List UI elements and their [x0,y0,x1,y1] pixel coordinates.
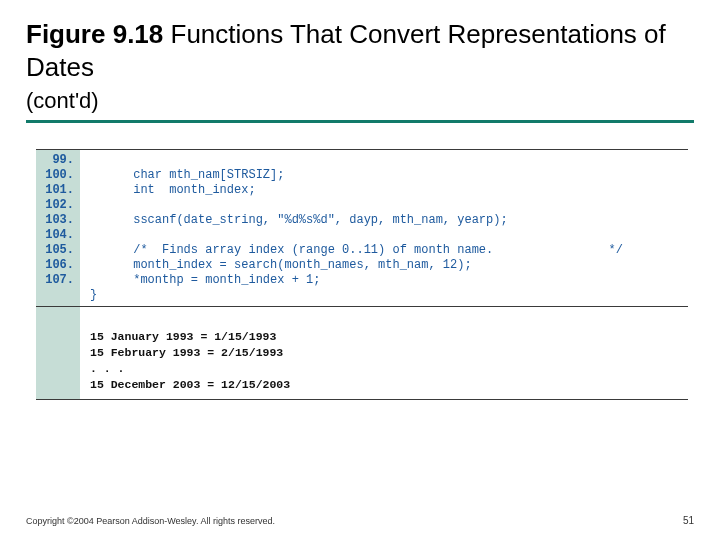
title-line-1: Figure 9.18 Functions That Convert Repre… [26,18,694,83]
title-contd: (cont'd) [26,88,99,113]
figure-box: 99. 100. 101. 102. 103. 104. 105. 106. 1… [36,149,688,400]
code-line: char mth_nam[STRSIZ]; [90,168,284,182]
output-body: 15 January 1993 = 1/15/1993 15 February … [80,307,688,399]
line-number: 104. [36,228,74,243]
line-number: 105. [36,243,74,258]
output-line: 15 February 1993 = 2/15/1993 [90,346,283,359]
line-number: 101. [36,183,74,198]
figure-label: Figure 9.18 [26,19,163,49]
page-number: 51 [683,515,694,526]
line-number: 99. [36,153,74,168]
title-line-2: (cont'd) [26,83,694,116]
output-line: . . . [90,362,125,375]
line-number: 107. [36,273,74,288]
output-line: 15 January 1993 = 1/15/1993 [90,330,276,343]
line-number: 102. [36,198,74,213]
line-number-gutter: 99. 100. 101. 102. 103. 104. 105. 106. 1… [36,150,80,306]
title-block: Figure 9.18 Functions That Convert Repre… [26,18,694,123]
code-line: *monthp = month_index + 1; [90,273,320,287]
output-gutter [36,307,80,399]
line-number: 100. [36,168,74,183]
line-number: 106. [36,258,74,273]
code-line: int month_index; [90,183,256,197]
copyright-footer: Copyright ©2004 Pearson Addison-Wesley. … [26,516,275,526]
code-line: /* Finds array index (range 0..11) of mo… [90,243,623,257]
output-listing: 15 January 1993 = 1/15/1993 15 February … [36,307,688,400]
slide: Figure 9.18 Functions That Convert Repre… [0,0,720,540]
output-line: 15 December 2003 = 12/15/2003 [90,378,290,391]
code-line: sscanf(date_string, "%d%s%d", dayp, mth_… [90,213,508,227]
code-body: char mth_nam[STRSIZ]; int month_index; s… [80,150,688,306]
code-listing: 99. 100. 101. 102. 103. 104. 105. 106. 1… [36,149,688,307]
code-line: month_index = search(month_names, mth_na… [90,258,472,272]
line-number: 103. [36,213,74,228]
code-line: } [90,288,97,302]
